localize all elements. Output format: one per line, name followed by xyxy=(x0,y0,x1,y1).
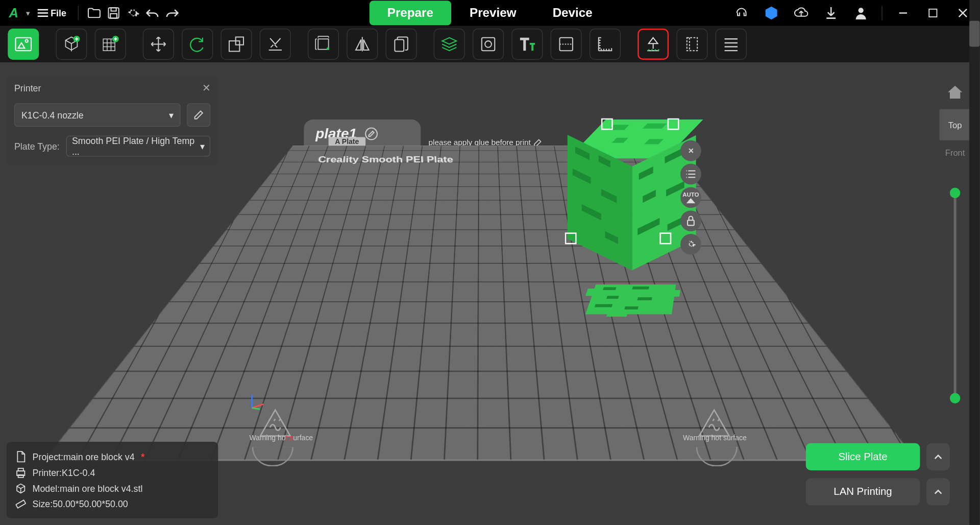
tool-mirror[interactable] xyxy=(347,29,378,60)
printer-edit-button[interactable] xyxy=(187,103,210,127)
tab-prepare[interactable]: Prepare xyxy=(369,1,451,25)
svg-rect-22 xyxy=(18,475,23,478)
window-minimize-icon[interactable] xyxy=(894,4,913,22)
open-icon[interactable] xyxy=(86,5,102,21)
build-plate[interactable]: CREALITY xyxy=(44,146,917,461)
file-menu-label: File xyxy=(51,8,66,18)
lan-print-button[interactable]: LAN Printing xyxy=(806,478,920,505)
fingerprint-icon xyxy=(252,447,293,466)
topbar: A ▾ File Prepare Preview Device xyxy=(0,0,979,26)
tool-perspective[interactable] xyxy=(8,29,39,60)
user-icon[interactable] xyxy=(852,4,870,22)
scrollbar-thumb[interactable] xyxy=(969,21,979,47)
undo-icon[interactable] xyxy=(145,5,161,21)
hamburger-icon xyxy=(38,9,48,17)
print-options-button[interactable] xyxy=(926,478,950,505)
tool-support-surface[interactable] xyxy=(638,29,669,60)
plate-label-text: Creality Smooth PEI Plate xyxy=(317,155,453,165)
slice-button[interactable]: Slice Plate xyxy=(806,443,920,470)
app-menu-caret-icon[interactable]: ▾ xyxy=(26,9,30,18)
file-menu[interactable]: File xyxy=(34,7,70,19)
window-maximize-icon[interactable] xyxy=(924,4,942,22)
plate-type-label: Plate Type: xyxy=(14,141,60,151)
layer-slider[interactable] xyxy=(954,192,957,399)
svg-rect-15 xyxy=(482,38,495,51)
tool-scale[interactable] xyxy=(220,29,252,60)
tool-list[interactable] xyxy=(716,29,747,60)
tool-flatten[interactable] xyxy=(260,29,291,60)
tool-measure-box[interactable] xyxy=(308,29,339,60)
workspace: Printer ✕ K1C-0.4 nozzle ▾ Plate Type: S… xyxy=(0,62,979,525)
slider-handle-bottom[interactable] xyxy=(950,393,960,403)
svg-point-6 xyxy=(26,40,28,42)
svg-rect-19 xyxy=(688,220,694,225)
warning-text: Warning hot surface xyxy=(249,434,313,442)
printer-select-value: K1C-0.4 nozzle xyxy=(21,110,84,120)
tool-add-cube[interactable] xyxy=(56,29,87,60)
plate-type-select[interactable]: Smooth PEI Plate / High Temp ... ▾ xyxy=(66,136,210,157)
svg-point-3 xyxy=(859,8,864,13)
info-model-row: Model:main ore block v4.stl xyxy=(16,481,209,496)
svg-rect-1 xyxy=(111,8,116,11)
plate-edit-icon[interactable] xyxy=(364,127,377,140)
download-icon[interactable] xyxy=(822,4,840,22)
vtool-lock-icon[interactable] xyxy=(680,210,701,231)
cloud-upload-icon[interactable] xyxy=(792,4,811,22)
logo-a-glyph: A xyxy=(9,6,18,20)
redo-icon[interactable] xyxy=(164,5,180,21)
svg-point-18 xyxy=(365,128,377,140)
warning-triangle-icon xyxy=(258,408,292,438)
tool-copy[interactable] xyxy=(386,29,417,60)
svg-rect-2 xyxy=(110,14,117,18)
model-shadow xyxy=(577,282,683,318)
vtool-settings-icon[interactable] xyxy=(680,234,701,255)
settings-icon[interactable] xyxy=(126,5,141,21)
svg-rect-14 xyxy=(395,40,404,52)
printer-icon xyxy=(16,468,26,478)
info-size-row: Size:50.00*50.00*50.00 xyxy=(16,496,209,512)
brand-bar: CREALITY xyxy=(346,479,615,499)
panel-close-icon[interactable]: ✕ xyxy=(202,82,211,94)
tool-rotate[interactable] xyxy=(182,29,213,60)
slice-row: Slice Plate xyxy=(806,443,950,470)
tab-device[interactable]: Device xyxy=(534,1,610,25)
info-panel: Project:main ore block v4 * Printer:K1C-… xyxy=(7,442,218,518)
support-icon[interactable] xyxy=(732,4,751,22)
vtool-close-icon[interactable]: ✕ xyxy=(680,140,701,161)
tool-hollow[interactable] xyxy=(473,29,504,60)
svg-rect-5 xyxy=(16,38,32,51)
tab-preview[interactable]: Preview xyxy=(451,1,534,25)
tool-move[interactable] xyxy=(143,29,174,60)
view-front-label[interactable]: Front xyxy=(945,148,965,158)
vtool-auto-arrange[interactable]: AUTO xyxy=(680,187,701,208)
home-view-icon[interactable] xyxy=(948,86,962,102)
svg-rect-23 xyxy=(16,500,26,508)
slice-options-button[interactable] xyxy=(926,443,950,470)
printer-select[interactable]: K1C-0.4 nozzle ▾ xyxy=(14,103,181,127)
cube-icon[interactable] xyxy=(762,4,780,22)
app-logo[interactable]: A xyxy=(4,4,23,22)
tool-cut[interactable] xyxy=(551,29,582,60)
print-row: LAN Printing xyxy=(806,478,950,505)
cube-icon xyxy=(16,483,26,493)
svg-rect-4 xyxy=(929,9,937,17)
save-icon[interactable] xyxy=(106,5,121,21)
vtool-list-icon[interactable] xyxy=(680,164,701,185)
printer-panel: Printer ✕ K1C-0.4 nozzle ▾ Plate Type: S… xyxy=(7,76,218,166)
tool-add-plate[interactable] xyxy=(95,29,126,60)
tool-text[interactable] xyxy=(511,29,543,60)
tool-seam[interactable] xyxy=(676,29,707,60)
svg-point-16 xyxy=(485,41,492,47)
tool-ruler[interactable] xyxy=(590,29,621,60)
svg-point-13 xyxy=(327,47,329,50)
tool-layers[interactable] xyxy=(434,29,465,60)
dirty-marker: * xyxy=(141,451,144,462)
a-plate-badge: A Plate xyxy=(329,137,365,146)
view-cube-top[interactable]: Top xyxy=(940,109,971,140)
scrollbar-vertical[interactable] xyxy=(969,0,979,525)
model-object[interactable] xyxy=(571,124,678,251)
info-printer-row: Printer:K1C-0.4 xyxy=(16,465,209,481)
ruler-icon xyxy=(16,499,26,509)
toolbar xyxy=(0,26,979,62)
slider-handle-top[interactable] xyxy=(950,188,960,198)
